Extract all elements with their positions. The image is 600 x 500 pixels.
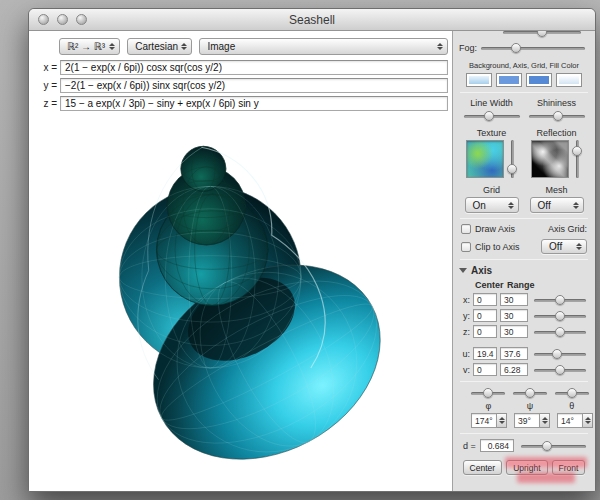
axis-row-z: z: 0 30	[459, 325, 589, 338]
x-axis-slider[interactable]	[534, 294, 586, 306]
line-width-slider[interactable]	[464, 110, 520, 122]
phi-slider[interactable]	[471, 387, 505, 399]
draw-axis-label: Draw Axis	[475, 224, 515, 234]
y-center-field[interactable]: 0	[473, 309, 497, 322]
slider-knob[interactable]	[552, 349, 562, 359]
updown-arrows-icon	[576, 243, 582, 250]
plot-canvas[interactable]	[29, 118, 452, 491]
slider-knob[interactable]	[553, 111, 563, 121]
clipped-top-row	[459, 31, 589, 40]
slider-knob[interactable]	[567, 388, 577, 398]
grid-color-well[interactable]	[526, 73, 552, 87]
phi-stepper[interactable]	[497, 413, 507, 428]
inspector-panel: Fog: Background, Axis, Grid, Fill Color …	[453, 31, 595, 491]
v-center-field[interactable]: 0	[473, 363, 497, 376]
mesh-label: Mesh	[524, 185, 589, 195]
axis-section-title: Axis	[471, 265, 492, 276]
z-axis-slider[interactable]	[534, 326, 586, 338]
y-range-field[interactable]: 30	[500, 309, 528, 322]
fog-label: Fog:	[459, 43, 477, 53]
equation-label-x: x =	[37, 62, 57, 73]
d-field[interactable]: 0.684	[480, 439, 514, 452]
clip-to-axis-checkbox[interactable]	[461, 242, 471, 252]
equation-input-y[interactable]: −2(1 − exp(x / 6pi)) sinx sqr(cos y/2)	[60, 78, 448, 93]
equation-input-z[interactable]: 15 − a exp(x / 3pi) − siny + exp(x / 6pi…	[60, 96, 448, 111]
fill-color-well[interactable]	[556, 73, 582, 87]
zoom-button[interactable]	[76, 14, 87, 25]
theta-stepper[interactable]	[583, 413, 593, 428]
fog-row: Fog:	[459, 42, 589, 54]
theta-label: θ	[569, 401, 574, 411]
texture-slider[interactable]	[507, 140, 518, 178]
display-mode-popup-label: Image	[207, 41, 235, 52]
psi-field[interactable]: 39°	[514, 413, 540, 428]
slider-knob[interactable]	[483, 388, 493, 398]
draw-axis-option[interactable]: Draw Axis	[461, 224, 515, 234]
axis-row-label: y:	[459, 311, 470, 321]
slider-knob[interactable]	[555, 311, 565, 321]
front-button[interactable]: Front	[552, 460, 586, 475]
x-range-field[interactable]: 30	[500, 293, 528, 306]
axis-section-header[interactable]: Axis	[459, 265, 589, 276]
z-range-field[interactable]: 30	[500, 325, 528, 338]
updown-arrows-icon	[437, 43, 443, 50]
draw-axis-checkbox[interactable]	[461, 224, 471, 234]
axis-row-label: z:	[459, 327, 470, 337]
theta-field[interactable]: 14°	[557, 413, 583, 428]
distance-row: d = 0.684	[459, 439, 589, 452]
slider-knob[interactable]	[555, 327, 565, 337]
slider-knob[interactable]	[484, 111, 494, 121]
slider-knob[interactable]	[507, 164, 517, 174]
background-color-well[interactable]	[466, 73, 492, 87]
axis-grid-popup[interactable]: Off	[541, 239, 587, 254]
close-button[interactable]	[38, 14, 49, 25]
dimension-popup[interactable]: ℝ² → ℝ³	[59, 38, 120, 55]
equation-pane: ℝ² → ℝ³ Cartesian Image x = 2(1 − exp(x …	[29, 31, 453, 491]
theta-slider[interactable]	[555, 387, 589, 399]
clipped-slider[interactable]	[503, 31, 581, 38]
z-center-field[interactable]: 0	[473, 325, 497, 338]
psi-slider[interactable]	[513, 387, 547, 399]
slider-knob[interactable]	[542, 441, 552, 451]
grid-popup-value: On	[473, 200, 486, 211]
x-center-field[interactable]: 0	[473, 293, 497, 306]
upright-button[interactable]: Upright	[506, 460, 547, 475]
display-mode-popup[interactable]: Image	[199, 38, 448, 55]
shininess-slider[interactable]	[529, 110, 585, 122]
u-center-field[interactable]: 19.4	[473, 347, 497, 360]
u-range-field[interactable]: 37.6	[500, 347, 528, 360]
clip-to-axis-option[interactable]: Clip to Axis	[461, 242, 520, 252]
slider-knob[interactable]	[555, 365, 565, 375]
slider-knob[interactable]	[525, 388, 535, 398]
y-axis-slider[interactable]	[534, 310, 586, 322]
reflection-thumbnail[interactable]	[531, 140, 569, 178]
equation-row-z: z = 15 − a exp(x / 3pi) − siny + exp(x /…	[37, 96, 448, 111]
slider-knob[interactable]	[537, 31, 547, 37]
v-range-field[interactable]: 6.28	[500, 363, 528, 376]
equation-label-z: z =	[37, 98, 57, 109]
title-bar[interactable]: Seashell	[29, 9, 595, 31]
d-slider[interactable]	[521, 440, 586, 452]
equation-input-x[interactable]: 2(1 − exp(x / 6pi)) cosx sqr(cos y/2)	[60, 60, 448, 75]
slider-knob[interactable]	[555, 295, 565, 305]
phi-field[interactable]: 174°	[471, 413, 497, 428]
center-header: Center	[475, 280, 501, 290]
psi-stepper[interactable]	[540, 413, 550, 428]
mesh-popup[interactable]: Off	[530, 197, 584, 213]
minimize-button[interactable]	[57, 14, 68, 25]
equation-row-y: y = −2(1 − exp(x / 6pi)) sinx sqr(cos y/…	[37, 78, 448, 93]
equation-label-y: y =	[37, 80, 57, 91]
coordinates-popup[interactable]: Cartesian	[127, 38, 192, 55]
u-range-slider[interactable]	[534, 348, 586, 360]
axis-color-well[interactable]	[496, 73, 522, 87]
app-window: Seashell ℝ² → ℝ³ Cartesian Image	[28, 8, 596, 492]
fog-slider[interactable]	[481, 42, 585, 54]
reflection-slider[interactable]	[572, 140, 583, 178]
dimension-popup-label: ℝ² → ℝ³	[67, 41, 105, 52]
center-button[interactable]: Center	[463, 460, 503, 475]
v-range-slider[interactable]	[534, 364, 586, 376]
texture-thumbnail[interactable]	[466, 140, 504, 178]
slider-knob[interactable]	[572, 146, 582, 156]
slider-knob[interactable]	[511, 43, 521, 53]
grid-popup[interactable]: On	[465, 197, 519, 213]
